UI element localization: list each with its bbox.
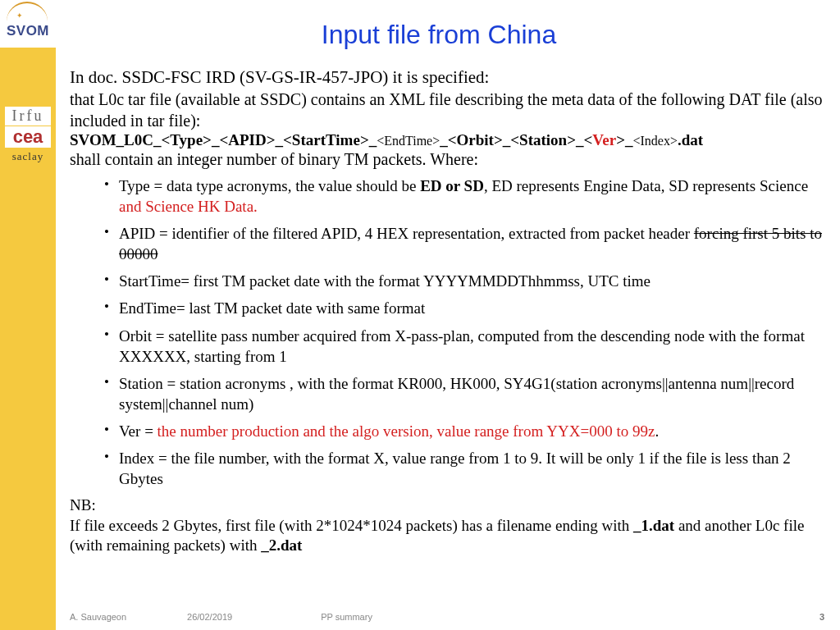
cea-text: cea	[5, 126, 51, 148]
slide-footer: A. Sauvageon 26/02/2019 PP summary 3	[70, 612, 824, 622]
slide-title: Input file from China	[53, 20, 824, 50]
slide-content: Input file from China In doc. SSDC-FSC I…	[70, 20, 824, 556]
irfu-text: Irfu	[5, 107, 51, 126]
bullet-ver: Ver = the number production and the algo…	[104, 421, 824, 441]
irfu-cea-logo: Irfu cea saclay	[5, 107, 51, 163]
bullet-type: Type = data type acronyms, the value sho…	[104, 176, 824, 217]
svom-logo-text: SVOM	[0, 23, 56, 39]
svom-logo: ✦ SVOM	[0, 0, 56, 48]
bullet-list: Type = data type acronyms, the value sho…	[104, 176, 824, 489]
footer-date: 26/02/2019	[187, 612, 318, 622]
nb-text: If file exceeds 2 Gbytes, first file (wi…	[70, 516, 824, 556]
bullet-index: Index = the file number, with the format…	[104, 448, 824, 489]
intro-line-3: shall contain an integer number of binar…	[70, 149, 824, 171]
saclay-text: saclay	[5, 150, 51, 163]
intro-line-2: that L0c tar file (available at SSDC) co…	[70, 89, 824, 131]
bullet-endtime: EndTime= last TM packet date with same f…	[104, 298, 824, 318]
sidebar-stripe: ✦ SVOM Irfu cea saclay	[0, 0, 56, 630]
intro-line: In doc. SSDC-FSC IRD (SV-GS-IR-457-JPO) …	[70, 66, 824, 88]
nb-label: NB:	[70, 495, 824, 516]
bullet-station: Station = station acronyms , with the fo…	[104, 373, 824, 414]
footer-project: PP summary	[321, 612, 372, 622]
filename-pattern: SVOM_L0C_<Type>_<APID>_<StartTime>_<EndT…	[70, 131, 824, 149]
bullet-orbit: Orbit = satellite pass number acquired f…	[104, 326, 824, 367]
footer-page-number: 3	[819, 612, 824, 622]
nb-block: NB: If file exceeds 2 Gbytes, first file…	[70, 495, 824, 556]
bullet-starttime: StartTime= first TM packet date with the…	[104, 271, 824, 291]
footer-author: A. Sauvageon	[70, 612, 185, 622]
bullet-apid: APID = identifier of the filtered APID, …	[104, 223, 824, 264]
